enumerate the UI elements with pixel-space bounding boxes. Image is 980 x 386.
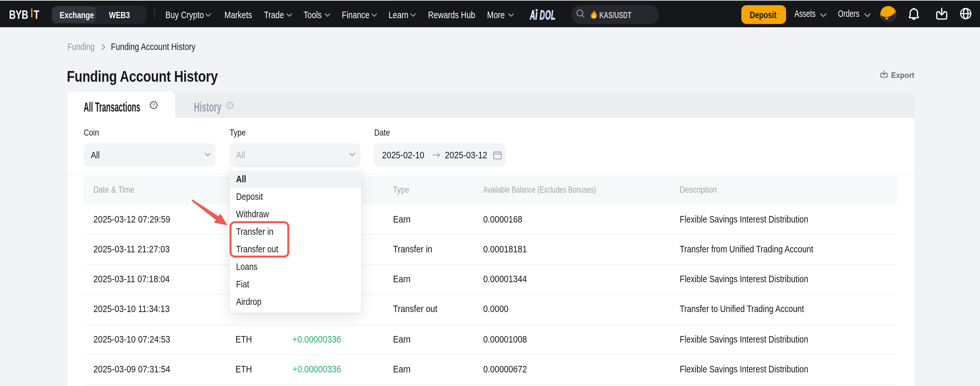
svg-text:?: ? (153, 102, 155, 108)
svg-text:?: ? (229, 103, 231, 108)
